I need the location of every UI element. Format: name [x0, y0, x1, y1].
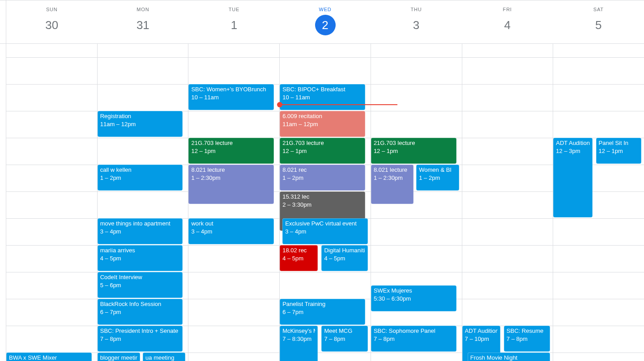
- hour-line: [553, 353, 644, 353]
- hour-line: [462, 191, 553, 192]
- day-column[interactable]: Registration11am – 12pmcall w kellen1 – …: [98, 44, 189, 361]
- calendar-event[interactable]: CodeIt Interview5 – 6pm: [98, 272, 183, 298]
- calendar-event[interactable]: 21G.703 lecture12 – 1pm: [188, 138, 274, 164]
- day-abbr: MON: [98, 7, 189, 12]
- calendar-event[interactable]: BlackRock Info Session6 – 7pm: [98, 299, 183, 325]
- hour-line: [371, 57, 462, 58]
- hour-line: [98, 57, 188, 58]
- calendar-event[interactable]: 8.021 lecture1 – 2:30pm: [188, 165, 274, 204]
- calendar-event[interactable]: SBC: President Intro + Senate7 – 8pm: [98, 326, 183, 352]
- calendar-event[interactable]: Registration11am – 12pm: [98, 111, 183, 137]
- event-title: 8.021 rec: [282, 166, 363, 174]
- hour-line: [462, 57, 553, 58]
- hour-line: [6, 165, 97, 165]
- hour-line: [371, 111, 462, 111]
- calendar-event[interactable]: 18.02 rec4 – 5pm: [280, 245, 318, 271]
- day-header[interactable]: TUE1: [188, 0, 280, 43]
- hour-line: [462, 272, 553, 272]
- event-time: 4 – 5pm: [282, 255, 315, 263]
- hour-line: [6, 191, 97, 192]
- hour-line: [6, 111, 97, 111]
- calendar-event[interactable]: SBC: Women+'s BYOBrunch10 – 11am: [188, 84, 274, 110]
- calendar-event[interactable]: mariia arrives4 – 5pm: [98, 245, 183, 271]
- day-header-row: SUN30MON31TUE1WED2THU3FRI4SAT5: [0, 0, 644, 44]
- event-title: ua meeting: [145, 354, 183, 361]
- hour-line: [553, 272, 644, 272]
- event-title: SBC: BIPOC+ Breakfast: [282, 85, 363, 93]
- calendar-event[interactable]: Panelist Training6 – 7pm: [280, 299, 365, 325]
- hour-line: [462, 138, 553, 138]
- event-title: 21G.703 lecture: [191, 139, 271, 147]
- calendar-event[interactable]: Meet MCG7 – 8pm: [321, 326, 367, 352]
- day-column[interactable]: ADT Auditions12 – 3pmPanel Sit In12 – 1p…: [553, 44, 644, 361]
- hour-line: [6, 326, 97, 326]
- day-header[interactable]: SUN30: [6, 0, 98, 43]
- event-time: 7 – 8pm: [100, 335, 180, 343]
- day-header[interactable]: MON31: [98, 0, 189, 43]
- event-title: SBC: Women+'s BYOBrunch: [191, 85, 271, 93]
- calendar-event[interactable]: move things into apartment3 – 4pm: [98, 218, 183, 244]
- calendar-event[interactable]: BWA x SWE Mixer8 – 9pm: [6, 353, 92, 361]
- calendar-event[interactable]: 8.021 lecture1 – 2:30pm: [371, 165, 414, 204]
- hour-line: [371, 218, 462, 219]
- hour-line: [553, 245, 644, 246]
- calendar-event[interactable]: work out3 – 4pm: [188, 218, 274, 244]
- hour-line: [98, 84, 188, 85]
- calendar-event[interactable]: Women & BI1 – 2pm: [416, 165, 459, 191]
- calendar-event[interactable]: SBC: Sophomore Panel7 – 8pm: [371, 326, 456, 352]
- day-column[interactable]: 21G.703 lecture12 – 1pm8.021 lecture1 – …: [371, 44, 462, 361]
- day-column[interactable]: ADT Auditions7 – 10pmSBC: Resume7 – 8pmF…: [462, 44, 554, 361]
- calendar-event[interactable]: call w kellen1 – 2pm: [98, 165, 183, 191]
- day-abbr: THU: [371, 7, 462, 12]
- header-gutter: [0, 0, 6, 43]
- calendar-event[interactable]: Exclusive PwC virtual event3 – 4pm: [282, 218, 368, 244]
- hour-line: [462, 165, 553, 165]
- day-number[interactable]: 2: [315, 15, 336, 35]
- calendar-event[interactable]: Panel Sit In12 – 1pm: [596, 138, 641, 164]
- event-title: 8.021 lecture: [374, 166, 411, 174]
- event-time: 6 – 7pm: [282, 308, 363, 316]
- day-number[interactable]: 4: [497, 15, 518, 35]
- day-number[interactable]: 5: [588, 15, 609, 35]
- event-title: SBC: Resume: [507, 327, 547, 335]
- calendar-event[interactable]: SWEx Mujeres5:30 – 6:30pm: [371, 285, 456, 311]
- event-title: call w kellen: [100, 166, 180, 174]
- hour-line: [462, 299, 553, 299]
- calendar-event[interactable]: 21G.703 lecture12 – 1pm: [280, 138, 365, 164]
- event-time: 3 – 4pm: [285, 228, 365, 236]
- hour-line: [188, 57, 279, 58]
- event-time: 10 – 11am: [282, 93, 363, 102]
- hour-line: [553, 326, 644, 326]
- day-column[interactable]: SBC: BIPOC+ Breakfast10 – 11am6.009 reci…: [280, 44, 371, 361]
- hour-line: [188, 245, 279, 246]
- calendar-event[interactable]: SBC: Resume7 – 8pm: [504, 326, 550, 352]
- calendar-event[interactable]: Digital Humanities4 – 5pm: [321, 245, 367, 271]
- calendar-event[interactable]: SBC: BIPOC+ Breakfast10 – 11am: [280, 84, 365, 110]
- day-column[interactable]: SBC: Women+'s BYOBrunch10 – 11am21G.703 …: [188, 44, 280, 361]
- calendar-event[interactable]: blogger meeting8 – 9pm: [98, 353, 140, 361]
- event-title: Women & BI: [419, 166, 456, 174]
- calendar-event[interactable]: ADT Auditions12 – 3pm: [553, 138, 592, 217]
- hour-line: [6, 138, 97, 138]
- calendar-event[interactable]: 6.009 recitation11am – 12pm: [280, 111, 365, 137]
- calendar-event[interactable]: Frosh Movie Night8 – 9pm: [468, 353, 550, 361]
- day-header[interactable]: WED2: [280, 0, 371, 43]
- calendar-event[interactable]: 21G.703 lecture12 – 1pm: [371, 138, 456, 164]
- calendar-event[interactable]: ua meeting8 – 9pm: [143, 353, 185, 361]
- event-title: Frosh Movie Night: [470, 354, 548, 361]
- day-header[interactable]: SAT5: [553, 0, 644, 43]
- day-header[interactable]: FRI4: [462, 0, 553, 43]
- calendar-event[interactable]: McKinsey's Marketing & Sales Practice Se…: [280, 326, 318, 361]
- event-time: 12 – 1pm: [374, 147, 454, 155]
- hour-line: [6, 84, 97, 85]
- day-column[interactable]: BWA x SWE Mixer8 – 9pm: [6, 44, 98, 361]
- day-number[interactable]: 31: [132, 15, 153, 35]
- day-header[interactable]: THU3: [371, 0, 462, 43]
- calendar-event[interactable]: 8.021 rec1 – 2pm: [280, 165, 365, 191]
- event-time: 12 – 1pm: [599, 147, 639, 155]
- event-title: 21G.703 lecture: [282, 139, 363, 147]
- day-number[interactable]: 1: [224, 15, 244, 35]
- day-number[interactable]: 30: [42, 15, 62, 35]
- event-title: McKinsey's Marketing & Sales Practice Se…: [282, 327, 315, 335]
- day-number[interactable]: 3: [406, 15, 426, 35]
